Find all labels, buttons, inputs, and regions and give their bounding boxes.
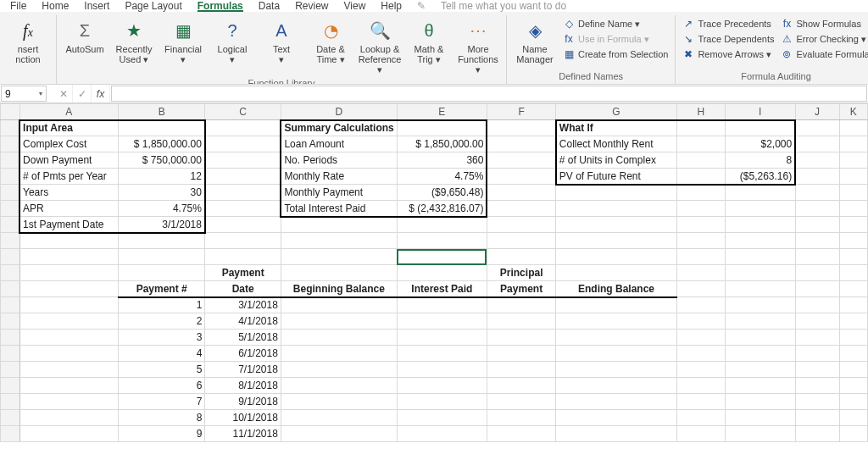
cell-G11[interactable]: Ending Balance xyxy=(556,281,676,297)
cell-A14[interactable] xyxy=(19,330,118,346)
defined-name-item[interactable]: ▦Create from Selection xyxy=(561,47,670,61)
cell-A19[interactable] xyxy=(19,410,118,426)
cell-H13[interactable] xyxy=(676,313,725,330)
cell-I17[interactable] xyxy=(725,378,795,394)
cell-K20[interactable] xyxy=(839,426,867,442)
insert-function-button[interactable]: fx nsertnction xyxy=(5,17,51,66)
cell-G18[interactable] xyxy=(556,394,676,410)
cell-G6[interactable] xyxy=(556,201,676,217)
cell-H19[interactable] xyxy=(676,410,725,426)
cell-E3[interactable]: 360 xyxy=(397,152,487,169)
cell-A20[interactable] xyxy=(19,426,118,442)
cell-F12[interactable] xyxy=(487,297,555,313)
cell-E16[interactable] xyxy=(397,362,487,378)
cell-E7[interactable] xyxy=(397,217,487,233)
cell-I3[interactable]: 8 xyxy=(725,152,795,169)
cell-C12[interactable]: 3/1/2018 xyxy=(205,297,281,313)
cell-K15[interactable] xyxy=(839,346,867,362)
cell-K18[interactable] xyxy=(839,394,867,410)
cell-D3[interactable]: No. Periods xyxy=(281,152,397,169)
cell-E8[interactable] xyxy=(397,233,487,249)
cell-C5[interactable] xyxy=(205,185,281,201)
cell-K9[interactable] xyxy=(839,249,867,265)
cell-C3[interactable] xyxy=(205,152,281,169)
cell-B16[interactable]: 5 xyxy=(118,362,205,378)
cell-E6[interactable]: $ (2,432,816.07) xyxy=(397,201,487,217)
cell-E20[interactable] xyxy=(397,426,487,442)
cell-I5[interactable] xyxy=(725,185,795,201)
cell-D6[interactable]: Total Interest Paid xyxy=(281,201,397,217)
cell-D1[interactable]: Summary Calculations xyxy=(281,120,397,136)
menu-home[interactable]: Home xyxy=(42,0,69,12)
menu-pagelayout[interactable]: Page Layout xyxy=(125,0,181,12)
cell-H17[interactable] xyxy=(676,378,725,394)
cell-C11[interactable]: Date xyxy=(205,281,281,297)
sheet[interactable]: ABCDEFGHIJKInput AreaSummary Calculation… xyxy=(0,103,868,442)
formula-input[interactable] xyxy=(111,86,867,102)
menu-review[interactable]: Review xyxy=(295,0,328,12)
cell-A15[interactable] xyxy=(19,346,118,362)
cell-C14[interactable]: 5/1/2018 xyxy=(205,330,281,346)
cell-J17[interactable] xyxy=(795,378,839,394)
cell-B12[interactable]: 1 xyxy=(118,297,205,313)
cell-H5[interactable] xyxy=(676,185,725,201)
cell-D13[interactable] xyxy=(281,313,397,330)
cell-K17[interactable] xyxy=(839,378,867,394)
cell-F16[interactable] xyxy=(487,362,555,378)
cell-J3[interactable] xyxy=(795,152,839,169)
cell-J12[interactable] xyxy=(795,297,839,313)
chevron-down-icon[interactable]: ▾ xyxy=(39,90,42,97)
cell-H7[interactable] xyxy=(676,217,725,233)
audit-item[interactable]: ↗Trace Precedents xyxy=(681,17,776,30)
cell-F15[interactable] xyxy=(487,346,555,362)
cell-E18[interactable] xyxy=(397,394,487,410)
cell-G15[interactable] xyxy=(556,346,676,362)
col-header-A[interactable]: A xyxy=(19,104,118,120)
cell-C17[interactable]: 8/1/2018 xyxy=(205,378,281,394)
cell-K2[interactable] xyxy=(839,136,867,152)
cell-K1[interactable] xyxy=(839,120,867,136)
cell-H11[interactable] xyxy=(676,281,725,297)
cell-J15[interactable] xyxy=(795,346,839,362)
cell-C16[interactable]: 7/1/2018 xyxy=(205,362,281,378)
cell-I12[interactable] xyxy=(725,297,795,313)
cell-J18[interactable] xyxy=(795,394,839,410)
row-header-17[interactable] xyxy=(1,378,20,394)
cell-G19[interactable] xyxy=(556,410,676,426)
cell-C7[interactable] xyxy=(205,217,281,233)
cell-G7[interactable] xyxy=(556,217,676,233)
row-header-18[interactable] xyxy=(1,394,20,410)
tell-me[interactable]: Tell me what you want to do xyxy=(441,0,566,12)
cell-I14[interactable] xyxy=(725,330,795,346)
cell-K5[interactable] xyxy=(839,185,867,201)
menu-tabs[interactable]: File Home Insert Page Layout Formulas Da… xyxy=(0,0,868,12)
cell-A2[interactable]: Complex Cost xyxy=(19,136,118,152)
row-header-1[interactable] xyxy=(1,120,20,136)
cell-B1[interactable] xyxy=(118,120,205,136)
cell-B8[interactable] xyxy=(118,233,205,249)
logical-button[interactable]: ? Logical▾ xyxy=(209,17,255,66)
cell-J9[interactable] xyxy=(795,249,839,265)
cell-A11[interactable] xyxy=(19,281,118,297)
cell-G5[interactable] xyxy=(556,185,676,201)
cell-K3[interactable] xyxy=(839,152,867,169)
cell-I2[interactable]: $2,000 xyxy=(725,136,795,152)
cell-A12[interactable] xyxy=(19,297,118,313)
defined-name-item[interactable]: fxUse in Formula ▾ xyxy=(561,32,670,46)
cell-D20[interactable] xyxy=(281,426,397,442)
recently-button[interactable]: ★ RecentlyUsed ▾ xyxy=(111,17,157,66)
cell-H16[interactable] xyxy=(676,362,725,378)
cell-D11[interactable]: Beginning Balance xyxy=(281,281,397,297)
cell-G16[interactable] xyxy=(556,362,676,378)
cell-A10[interactable] xyxy=(19,265,118,281)
cell-I7[interactable] xyxy=(725,217,795,233)
menu-insert[interactable]: Insert xyxy=(84,0,109,12)
cell-C8[interactable] xyxy=(205,233,281,249)
cell-D12[interactable] xyxy=(281,297,397,313)
cell-J5[interactable] xyxy=(795,185,839,201)
cell-I18[interactable] xyxy=(725,394,795,410)
cell-G17[interactable] xyxy=(556,378,676,394)
cell-G14[interactable] xyxy=(556,330,676,346)
cell-D10[interactable] xyxy=(281,265,397,281)
row-header-4[interactable] xyxy=(1,169,20,185)
